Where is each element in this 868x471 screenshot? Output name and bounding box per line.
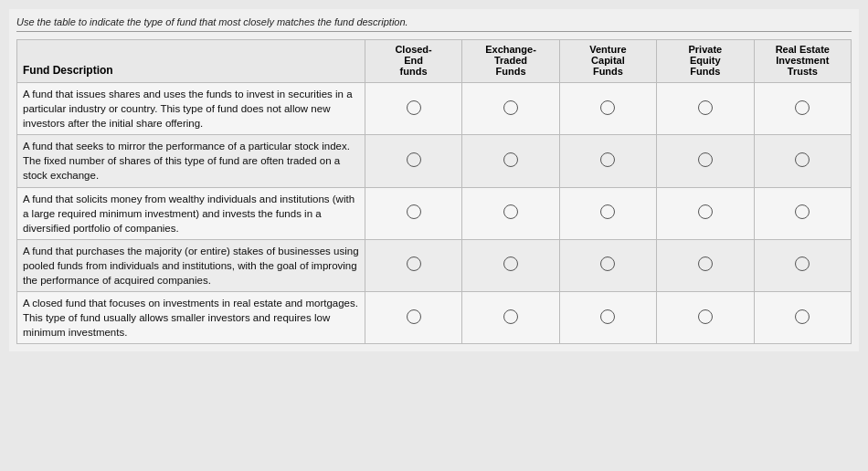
radio-circle[interactable] [698,309,713,324]
radio-circle[interactable] [503,204,518,219]
table-row: A closed fund that focuses on investment… [17,292,852,344]
row4-radio-venture-capital[interactable] [559,239,656,291]
radio-circle[interactable] [407,204,421,219]
row3-radio-venture-capital[interactable] [559,187,656,239]
page-container: Use the table to indicate the type of fu… [9,9,859,351]
row3-radio-real-estate[interactable] [754,187,851,239]
radio-circle[interactable] [698,100,713,115]
col-header-private-equity: Private Equity Funds [657,40,754,83]
table-row: A fund that issues shares and uses the f… [17,83,852,135]
col-header-fund-description: Fund Description [17,40,365,83]
radio-circle[interactable] [503,309,518,324]
radio-circle[interactable] [600,204,615,219]
radio-circle[interactable] [698,256,713,271]
radio-circle[interactable] [795,256,810,271]
col-header-real-estate: Real Estate Investment Trusts [754,40,851,83]
row5-radio-real-estate[interactable] [754,292,851,344]
row4-radio-real-estate[interactable] [754,239,851,291]
radio-circle[interactable] [600,256,615,271]
row1-description: A fund that issues shares and uses the f… [17,83,365,135]
row5-description: A closed fund that focuses on investment… [17,292,365,344]
row1-radio-venture-capital[interactable] [559,83,656,135]
col-header-exchange-traded: Exchange- Traded Funds [462,40,559,83]
radio-circle[interactable] [795,152,810,167]
instruction-text: Use the table to indicate the type of fu… [16,16,852,32]
row1-radio-real-estate[interactable] [754,83,851,135]
fund-table: Fund Description Closed- End funds Excha… [16,39,852,344]
row4-radio-exchange-traded[interactable] [462,239,559,291]
row2-radio-venture-capital[interactable] [559,135,656,187]
row4-radio-private-equity[interactable] [657,239,754,291]
table-row: A fund that purchases the majority (or e… [17,239,852,291]
row2-radio-exchange-traded[interactable] [462,135,559,187]
row5-radio-closed-end[interactable] [365,292,461,344]
col-header-venture-capital: Venture Capital Funds [559,40,656,83]
radio-circle[interactable] [795,309,810,324]
row2-radio-real-estate[interactable] [754,135,851,187]
radio-circle[interactable] [503,100,518,115]
radio-circle[interactable] [795,100,810,115]
radio-circle[interactable] [407,152,421,167]
row3-radio-exchange-traded[interactable] [462,187,559,239]
row5-radio-private-equity[interactable] [657,292,754,344]
row1-radio-private-equity[interactable] [657,83,754,135]
radio-circle[interactable] [600,100,615,115]
row2-radio-closed-end[interactable] [365,135,461,187]
row3-description: A fund that solicits money from wealthy … [17,187,365,239]
row2-description: A fund that seeks to mirror the performa… [17,135,365,187]
col-header-closed-end: Closed- End funds [365,40,461,83]
radio-circle[interactable] [600,152,615,167]
radio-circle[interactable] [407,100,421,115]
radio-circle[interactable] [503,256,518,271]
radio-circle[interactable] [698,204,713,219]
row4-radio-closed-end[interactable] [365,239,461,291]
radio-circle[interactable] [795,204,810,219]
row5-radio-venture-capital[interactable] [559,292,656,344]
row2-radio-private-equity[interactable] [657,135,754,187]
row5-radio-exchange-traded[interactable] [462,292,559,344]
table-row: A fund that seeks to mirror the performa… [17,135,852,187]
table-row: A fund that solicits money from wealthy … [17,187,852,239]
row1-radio-exchange-traded[interactable] [462,83,559,135]
row1-radio-closed-end[interactable] [365,83,461,135]
row4-description: A fund that purchases the majority (or e… [17,239,365,291]
radio-circle[interactable] [600,309,615,324]
radio-circle[interactable] [698,152,713,167]
radio-circle[interactable] [407,309,421,324]
row3-radio-private-equity[interactable] [657,187,754,239]
row3-radio-closed-end[interactable] [365,187,461,239]
radio-circle[interactable] [407,256,421,271]
radio-circle[interactable] [503,152,518,167]
